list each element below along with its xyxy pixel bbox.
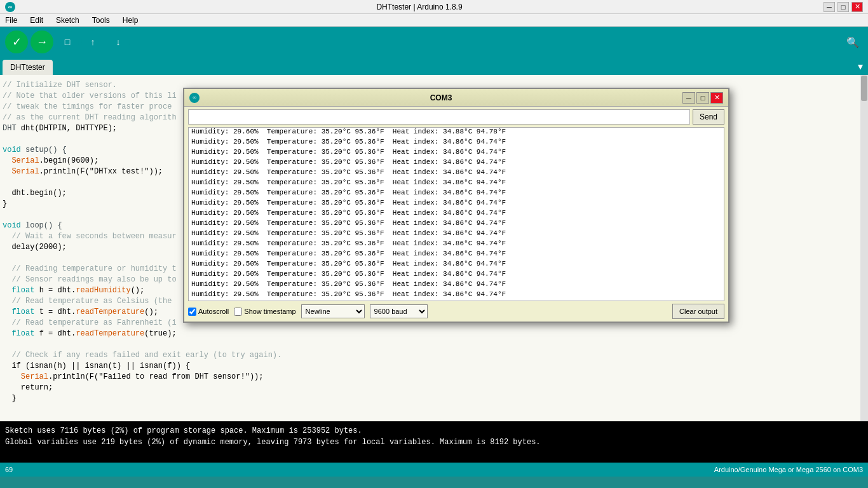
serial-line: Humidity: 29.50% Temperature: 35.20°C 95… (191, 238, 721, 248)
serial-output[interactable]: Humidity: 29.50% Temperature: 35.20°C 95… (188, 127, 724, 301)
serial-line: Humidity: 29.50% Temperature: 35.20°C 95… (191, 167, 721, 177)
menu-bar: File Edit Sketch Tools Help (0, 14, 868, 27)
send-button[interactable]: Send (693, 109, 724, 125)
serial-line: Humidity: 29.50% Temperature: 35.20°C 95… (191, 279, 721, 289)
serial-monitor-close[interactable]: ✕ (710, 92, 723, 104)
open-button[interactable]: ↑ (81, 30, 104, 53)
serial-line: Humidity: 29.50% Temperature: 35.20°C 95… (191, 269, 721, 279)
serial-line: Humidity: 29.60% Temperature: 35.20°C 95… (191, 127, 721, 137)
code-line: } (3, 393, 857, 404)
clear-output-button[interactable]: Clear output (672, 304, 724, 319)
serial-monitor-minimize[interactable]: ─ (682, 92, 695, 104)
menu-sketch[interactable]: Sketch (53, 15, 82, 26)
baud-select[interactable]: 300 baud 1200 baud 2400 baud 4800 baud 9… (370, 304, 428, 318)
menu-help[interactable]: Help (120, 15, 141, 26)
window-controls: ─ □ ✕ (824, 2, 863, 12)
serial-line: Humidity: 29.50% Temperature: 35.20°C 95… (191, 218, 721, 228)
serial-monitor-logo: ∞ (189, 93, 200, 103)
toolbar-right: 🔍 (843, 32, 863, 52)
serial-line: Humidity: 29.50% Temperature: 35.20°C 95… (191, 208, 721, 218)
maximize-button[interactable]: □ (837, 2, 849, 12)
minimize-button[interactable]: ─ (824, 2, 835, 12)
tab-bar: DHTtester ▾ (0, 57, 868, 75)
toolbar: ✓ → □ ↑ ↓ 🔍 (0, 27, 868, 57)
board-info: Arduino/Genuino Mega or Mega 2560 on COM… (714, 466, 863, 473)
save-button[interactable]: ↓ (107, 30, 130, 53)
serial-line: Humidity: 29.50% Temperature: 35.20°C 95… (191, 177, 721, 187)
line-number: 69 (5, 466, 13, 473)
code-line: return; (3, 383, 857, 393)
verify-button[interactable]: ✓ (5, 30, 28, 53)
serial-monitor-win-controls: ─ □ ✕ (682, 92, 723, 104)
serial-line: Humidity: 29.50% Temperature: 35.20°C 95… (191, 137, 721, 147)
menu-edit[interactable]: Edit (27, 15, 46, 26)
compilation-line2: Global variables use 219 bytes (2%) of d… (5, 437, 863, 448)
compilation-output: Sketch uses 7116 bytes (2%) of program s… (0, 421, 868, 463)
tab-dropdown-icon[interactable]: ▾ (855, 58, 865, 75)
serial-line: Humidity: 29.50% Temperature: 35.20°C 95… (191, 187, 721, 198)
code-line: if (isnan(h) || isnan(t) || isnan(f)) { (3, 361, 857, 372)
serial-line: Humidity: 29.50% Temperature: 35.20°C 95… (191, 157, 721, 167)
serial-line: Humidity: 29.50% Temperature: 35.20°C 95… (191, 198, 721, 208)
show-timestamp-label[interactable]: Show timestamp (234, 308, 295, 316)
serial-monitor-maximize[interactable]: □ (696, 92, 709, 104)
status-bar: 69 Arduino/Genuino Mega or Mega 2560 on … (0, 463, 868, 477)
autoscroll-checkbox[interactable] (188, 308, 196, 316)
newline-select[interactable]: Newline No line ending Carriage return B… (301, 304, 365, 318)
serial-monitor-window: ∞ COM3 ─ □ ✕ Send Humidity: 29.50% Tempe… (183, 88, 729, 323)
menu-tools[interactable]: Tools (90, 15, 112, 26)
editor-scrollbar-thumb[interactable] (861, 76, 867, 101)
code-line: // Check if any reads failed and exit ea… (3, 350, 857, 361)
title-bar: ∞ DHTtester | Arduino 1.8.9 ─ □ ✕ (0, 0, 868, 14)
window-title: DHTtester | Arduino 1.8.9 (15, 3, 824, 11)
close-button[interactable]: ✕ (851, 2, 863, 12)
send-input[interactable] (188, 109, 690, 125)
app-logo: ∞ (5, 2, 15, 12)
show-timestamp-checkbox[interactable] (234, 308, 242, 316)
code-line: float f = dht.readTemperature(true); (3, 329, 857, 339)
code-line: Serial.println(F("Failed to read from DH… (3, 372, 857, 383)
serial-controls: Autoscroll Show timestamp Newline No lin… (184, 301, 728, 322)
serial-monitor-titlebar: ∞ COM3 ─ □ ✕ (184, 89, 728, 107)
serial-line: Humidity: 29.50% Temperature: 35.20°C 95… (191, 228, 721, 238)
editor-scrollbar[interactable] (860, 75, 868, 421)
search-button[interactable]: 🔍 (843, 32, 863, 52)
serial-line: Humidity: 29.50% Temperature: 35.20°C 95… (191, 248, 721, 259)
code-line (3, 339, 857, 350)
serial-line: Humidity: 29.50% Temperature: 35.20°C 95… (191, 147, 721, 157)
menu-file[interactable]: File (3, 15, 20, 26)
send-area: Send (184, 107, 728, 127)
serial-monitor-title: COM3 (200, 93, 682, 102)
serial-line: Humidity: 29.50% Temperature: 35.20°C 95… (191, 289, 721, 299)
compilation-line1: Sketch uses 7116 bytes (2%) of program s… (5, 425, 863, 437)
tab-dhttester[interactable]: DHTtester (3, 60, 53, 75)
autoscroll-label[interactable]: Autoscroll (188, 308, 229, 316)
serial-line: Humidity: 29.50% Temperature: 35.20°C 95… (191, 259, 721, 269)
new-button[interactable]: □ (56, 30, 79, 53)
upload-button[interactable]: → (31, 30, 53, 53)
